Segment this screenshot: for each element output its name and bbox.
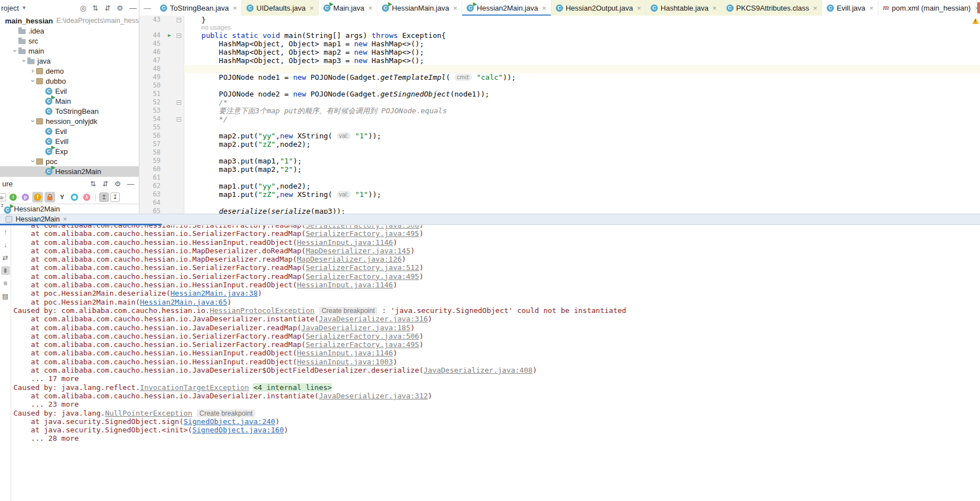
- show-lambdas-icon[interactable]: λ: [81, 192, 92, 203]
- code-text[interactable]: [184, 81, 980, 90]
- tree-item-Evil[interactable]: CEvil: [0, 86, 139, 96]
- code-line-61[interactable]: 61: [139, 174, 980, 182]
- stack-trace-link[interactable]: MapDeserializer.java:126: [297, 255, 402, 263]
- group-methods-icon[interactable]: Y: [57, 192, 67, 203]
- code-line-64[interactable]: 64: [139, 199, 980, 207]
- code-line-54[interactable]: 54 */: [139, 115, 980, 123]
- code-line-43[interactable]: 43 }: [139, 16, 980, 24]
- tree-item-poc[interactable]: ›poc: [0, 156, 139, 166]
- code-text[interactable]: POJONode node1 = new POJONode(Gadget.get…: [184, 73, 980, 81]
- tab-UIDefaults-java[interactable]: CUIDefaults.java×: [242, 0, 319, 16]
- tree-item-main[interactable]: ›main: [0, 46, 139, 56]
- code-text[interactable]: HashMap<Object, Object> map3 = new HashM…: [184, 56, 980, 65]
- console-output[interactable]: at com.alibaba.com.caucho.hessian.io.Ser…: [12, 225, 980, 501]
- close-icon[interactable]: ×: [542, 4, 546, 12]
- code-line-51[interactable]: 51 POJONode node2 = new POJONode(Gadget.…: [139, 90, 980, 98]
- stack-trace-link[interactable]: SignedObject.java:240: [183, 417, 275, 426]
- scroll-to-end-icon[interactable]: ⇟: [1, 266, 10, 275]
- code-text[interactable]: 要注意下面3个map put的顺序。有时候会调用到 POJONode.equal…: [184, 107, 980, 115]
- code-text[interactable]: }: [184, 16, 980, 24]
- tree-item-java[interactable]: ›java: [0, 56, 139, 66]
- tree-item-hession_onlyjdk[interactable]: ›hession_onlyjdk: [0, 116, 139, 126]
- stack-trace-link[interactable]: JavaDeserializer.java:312: [319, 392, 428, 400]
- code-text[interactable]: deserialize(serialize(map3));: [184, 207, 980, 214]
- code-text[interactable]: POJONode node2 = new POJONode(Gadget.get…: [184, 90, 980, 98]
- stack-trace-link[interactable]: HessianInput.java:1146: [297, 238, 393, 247]
- code-line-65[interactable]: 65 deserialize(serialize(map3));: [139, 207, 980, 214]
- stack-trace-link[interactable]: SerializerFactory.java:495: [305, 340, 419, 349]
- stack-trace-link[interactable]: HessianProtocolException: [210, 306, 314, 315]
- settings-icon[interactable]: ⚙: [114, 180, 121, 188]
- tab-PKCS9Attributes-class[interactable]: CPKCS9Attributes.class×: [722, 0, 822, 16]
- tree-item-demo[interactable]: ›demo: [0, 66, 139, 76]
- tab-ToStringBean-java[interactable]: CToStringBean.java×: [156, 0, 242, 16]
- tree-item-.idea[interactable]: .idea: [0, 26, 139, 36]
- stack-trace-link[interactable]: JavaDeserializer.java:408: [424, 366, 533, 374]
- collapse-all-icon[interactable]: ⇵: [102, 180, 108, 188]
- code-line-48[interactable]: 48: [139, 65, 980, 73]
- code-text[interactable]: /*: [184, 98, 980, 107]
- tab-Hashtable-java[interactable]: CHashtable.java×: [646, 0, 722, 16]
- chevron-collapsed-icon[interactable]: ›: [29, 67, 36, 75]
- stack-trace-link[interactable]: HessianInput.java:1146: [297, 349, 393, 357]
- soft-wrap-icon[interactable]: ⇄: [1, 253, 10, 262]
- stack-trace-link[interactable]: Hessian2Main.java:38: [171, 289, 258, 297]
- show-non-public-icon[interactable]: [45, 192, 55, 203]
- chevron-expanded-icon[interactable]: ›: [29, 158, 37, 165]
- code-line-50[interactable]: 50: [139, 81, 980, 90]
- stack-trace-link[interactable]: HessianInput.java:1146: [297, 281, 393, 289]
- stack-trace-link[interactable]: SerializerFactory.java:495: [305, 229, 419, 238]
- stack-trace-link[interactable]: JavaDeserializer.java:316: [319, 315, 428, 323]
- tab-Hessian2Output-java[interactable]: CHessian2Output.java×: [551, 0, 646, 16]
- locate-icon[interactable]: ◎: [80, 4, 86, 12]
- settings-icon[interactable]: ⚙: [117, 4, 123, 12]
- code-text[interactable]: [184, 148, 980, 157]
- code-line-58[interactable]: 58: [139, 148, 980, 157]
- code-editor[interactable]: 43 }no usages44▶ public static void main…: [139, 16, 980, 214]
- code-text[interactable]: [184, 123, 980, 132]
- close-icon[interactable]: ×: [453, 4, 458, 12]
- hide-panel-icon[interactable]: —: [129, 4, 137, 12]
- code-line-53[interactable]: 53 要注意下面3个map put的顺序。有时候会调用到 POJONode.eq…: [139, 107, 980, 115]
- code-text[interactable]: public static void main(String[] args) t…: [184, 31, 980, 40]
- close-icon[interactable]: ×: [712, 4, 717, 12]
- stack-trace-link[interactable]: SerializerFactory.java:495: [305, 272, 419, 281]
- code-text[interactable]: */: [184, 115, 980, 123]
- collapse-all-icon[interactable]: ⇵: [104, 4, 110, 12]
- chevron-expanded-icon[interactable]: ›: [29, 118, 37, 125]
- expand-all-icon[interactable]: ⇅: [93, 4, 99, 12]
- print-icon[interactable]: ≡: [1, 279, 10, 288]
- tree-item-Evil[interactable]: CEvil: [0, 126, 139, 136]
- code-line-59[interactable]: 59 map3.put(map1,"1");: [139, 157, 980, 165]
- down-stack-icon[interactable]: ↓: [1, 240, 10, 249]
- tree-item-src[interactable]: src: [0, 36, 139, 46]
- hide-panel-icon[interactable]: —: [127, 180, 134, 188]
- stack-trace-link[interactable]: SerializerFactory.java:506: [305, 332, 419, 340]
- code-line-46[interactable]: 46 HashMap<Object, Object> map2 = new Ha…: [139, 48, 980, 56]
- tree-item-ToStringBean[interactable]: CToStringBean: [0, 106, 139, 116]
- fold-marker-icon[interactable]: [174, 98, 184, 107]
- code-text[interactable]: [184, 65, 980, 73]
- code-line-57[interactable]: 57 map2.put("zZ",node2);: [139, 140, 980, 148]
- close-icon[interactable]: ×: [869, 4, 874, 12]
- scroll-from-source-icon[interactable]: ↥: [99, 192, 109, 202]
- stack-trace-link[interactable]: SignedObject.java:160: [192, 426, 284, 434]
- fold-marker-icon[interactable]: [174, 115, 184, 123]
- chevron-expanded-icon[interactable]: ›: [29, 78, 37, 85]
- tab-Main-java[interactable]: C▶Main.java×: [319, 0, 377, 16]
- internal-lines-badge[interactable]: <4 internal lines>: [253, 383, 332, 392]
- close-icon[interactable]: ×: [63, 215, 67, 223]
- show-visibility-icon[interactable]: [69, 192, 80, 203]
- run-line-icon[interactable]: ▶: [165, 31, 174, 40]
- tree-item-Evill[interactable]: CEvill: [0, 136, 139, 146]
- code-text[interactable]: map1.put("zZ",new XString( val: "1"));: [184, 190, 980, 199]
- code-line-56[interactable]: 56 map2.put("yy",new XString( val: "1"))…: [139, 132, 980, 140]
- code-line-63[interactable]: 63 map1.put("zZ",new XString( val: "1"))…: [139, 190, 980, 199]
- code-text[interactable]: [184, 199, 980, 207]
- create-breakpoint-badge[interactable]: Create breakpoint: [197, 410, 255, 417]
- tree-item-Hessian2Main[interactable]: C▶Hessian2Main: [0, 166, 139, 176]
- fold-marker-icon[interactable]: [174, 16, 184, 24]
- close-icon[interactable]: ×: [368, 4, 373, 12]
- tab-Hessian2Main-java[interactable]: C▶Hessian2Main.java×: [462, 0, 551, 16]
- tree-item-Exp[interactable]: C▶Exp: [0, 146, 139, 156]
